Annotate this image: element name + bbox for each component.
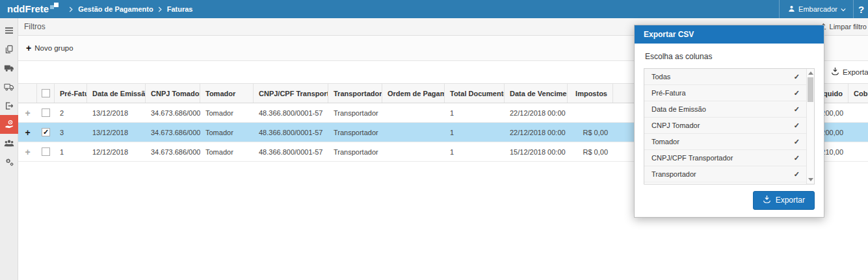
- cell-ordem_pagamento: [382, 123, 445, 142]
- export-icon[interactable]: [0, 96, 18, 115]
- download-icon: [831, 67, 839, 77]
- column-header-data_vencimento[interactable]: Data de Vencimento: [505, 84, 568, 103]
- check-icon: ✓: [794, 73, 800, 81]
- cell-cobranca: [848, 123, 868, 142]
- column-listbox: Todas✓Pré-Fatura✓Data de Emissão✓CNPJ To…: [644, 68, 815, 185]
- modal-footer: Exportar: [644, 191, 815, 210]
- row-checkbox[interactable]: ✓: [42, 128, 50, 136]
- top-navbar: nddFrete Gestão de PagamentoFaturas Emba…: [0, 0, 868, 18]
- expand-row-button[interactable]: +: [25, 127, 30, 138]
- export-csv-button[interactable]: Exportar CSV: [831, 67, 868, 77]
- row-checkbox[interactable]: [42, 108, 50, 117]
- new-group-button[interactable]: + Novo grupo: [26, 44, 73, 52]
- export-csv-modal: Exportar CSV Escolha as colunas Todas✓Pr…: [634, 25, 824, 218]
- column-header-expand[interactable]: [18, 84, 37, 103]
- column-option[interactable]: Tomador✓: [644, 134, 806, 150]
- scroll-up-icon[interactable]: [808, 71, 813, 75]
- column-header-transportador[interactable]: Transportador: [328, 84, 382, 103]
- scroll-down-icon[interactable]: [808, 178, 813, 181]
- new-group-label: Novo grupo: [34, 44, 73, 52]
- check-icon: ✓: [794, 138, 800, 146]
- cell-expand: +: [18, 103, 37, 122]
- menu-icon[interactable]: [0, 21, 18, 40]
- cell-total_documentos: 1: [445, 142, 505, 161]
- person-icon: [788, 5, 795, 14]
- modal-title: Exportar CSV: [635, 25, 824, 44]
- chevron-down-icon: [841, 5, 846, 13]
- settings-gears-icon[interactable]: [0, 153, 18, 172]
- cell-cnpj_tomador: 34.673.686/0001-01: [146, 142, 200, 161]
- truck-icon[interactable]: [0, 58, 18, 77]
- cell-impostos: R$ 0,00: [568, 123, 613, 142]
- column-header-pre_fatura[interactable]: Pré-Fatura: [55, 84, 87, 103]
- cell-cobranca: [848, 103, 868, 122]
- cell-pre_fatura: 1: [55, 142, 87, 161]
- column-header-total_documentos[interactable]: Total Documentos: [445, 84, 505, 103]
- help-icon[interactable]: ?: [854, 4, 868, 15]
- payment-hand-coin-icon[interactable]: [0, 115, 18, 134]
- cell-data_emissao: 13/12/2018: [87, 123, 146, 142]
- cell-cnpj_cpf_transportador: 48.366.800/0001-57: [254, 142, 328, 161]
- row-checkbox[interactable]: [42, 147, 50, 156]
- column-option[interactable]: Todas✓: [644, 69, 806, 85]
- check-icon: ✓: [794, 121, 800, 130]
- cell-data_vencimento: 22/12/2018 00:00: [505, 103, 568, 122]
- users-icon[interactable]: [0, 134, 18, 153]
- documents-icon[interactable]: [0, 40, 18, 58]
- cell-cobranca: [848, 142, 868, 161]
- cell-select: ✓: [37, 123, 55, 142]
- cell-select: [37, 142, 55, 161]
- column-header-data_emissao[interactable]: Data de Emissão↓: [87, 84, 146, 103]
- modal-subtitle: Escolha as colunas: [645, 52, 815, 61]
- cell-cnpj_tomador: 34.673.686/0001-01: [146, 103, 200, 122]
- column-header-cobranca[interactable]: Cobra: [848, 84, 868, 103]
- truck-outline-icon[interactable]: [0, 77, 18, 96]
- modal-export-button[interactable]: Exportar: [753, 191, 815, 210]
- column-header-cnpj_tomador[interactable]: CNPJ Tomador: [146, 84, 200, 103]
- list-scrollbar[interactable]: [806, 69, 814, 184]
- column-option[interactable]: CNPJ/CPF Transportador✓: [644, 150, 806, 166]
- expand-row-button[interactable]: +: [25, 108, 30, 118]
- column-header-tomador[interactable]: Tomador: [200, 84, 254, 103]
- column-option[interactable]: CNPJ Tomador✓: [644, 118, 806, 134]
- breadcrumb-item[interactable]: Faturas: [167, 5, 193, 13]
- select-all-checkbox[interactable]: [42, 89, 50, 97]
- cell-pre_fatura: 2: [55, 103, 87, 122]
- column-header-cnpj_cpf_transportador[interactable]: CNPJ/CPF Transportador: [254, 84, 328, 103]
- scrollbar-thumb[interactable]: [808, 77, 813, 102]
- column-header-impostos[interactable]: Impostos: [568, 84, 613, 103]
- column-option-label: Todas: [651, 73, 670, 81]
- cell-tomador: Tomador: [200, 123, 254, 142]
- cell-total_documentos: 1: [445, 123, 505, 142]
- navbar-right: Embarcador ?: [779, 0, 868, 18]
- cell-transportador: Transportador: [328, 142, 382, 161]
- cell-impostos: [568, 103, 613, 122]
- clear-filter-button[interactable]: Limpar filtro: [819, 22, 867, 31]
- cell-pre_fatura: 3: [55, 123, 87, 142]
- check-icon: ✓: [794, 105, 800, 114]
- breadcrumb-item[interactable]: Gestão de Pagamento: [78, 5, 153, 13]
- expand-row-button[interactable]: +: [25, 147, 30, 157]
- logo-squares-icon: [50, 3, 59, 11]
- column-option[interactable]: Data de Emissão✓: [644, 101, 806, 118]
- column-header-select[interactable]: [37, 84, 55, 103]
- cell-data_vencimento: 15/12/2018 00:00: [505, 142, 568, 161]
- column-option[interactable]: Transportador✓: [644, 166, 806, 183]
- cell-total_documentos: 1: [445, 103, 505, 122]
- user-menu[interactable]: Embarcador: [779, 0, 853, 18]
- download-icon: [763, 195, 771, 205]
- column-header-ordem_pagamento[interactable]: Ordem de Pagamento: [382, 84, 445, 103]
- chevron-right-icon: [69, 6, 73, 12]
- cell-transportador: Transportador: [328, 103, 382, 122]
- app-logo[interactable]: nddFrete: [0, 3, 59, 16]
- check-icon: ✓: [794, 89, 800, 97]
- cell-ordem_pagamento: [382, 142, 445, 161]
- chevron-right-icon: [158, 6, 163, 12]
- cell-data_vencimento: 22/12/2018 00:00: [505, 123, 568, 142]
- cell-transportador: Transportador: [328, 123, 382, 142]
- column-option-label: CNPJ/CPF Transportador: [651, 154, 733, 162]
- check-icon: ✓: [794, 154, 800, 162]
- cell-ordem_pagamento: [382, 103, 445, 122]
- cell-impostos: R$ 0,00: [568, 142, 613, 161]
- column-option[interactable]: Pré-Fatura✓: [644, 85, 806, 101]
